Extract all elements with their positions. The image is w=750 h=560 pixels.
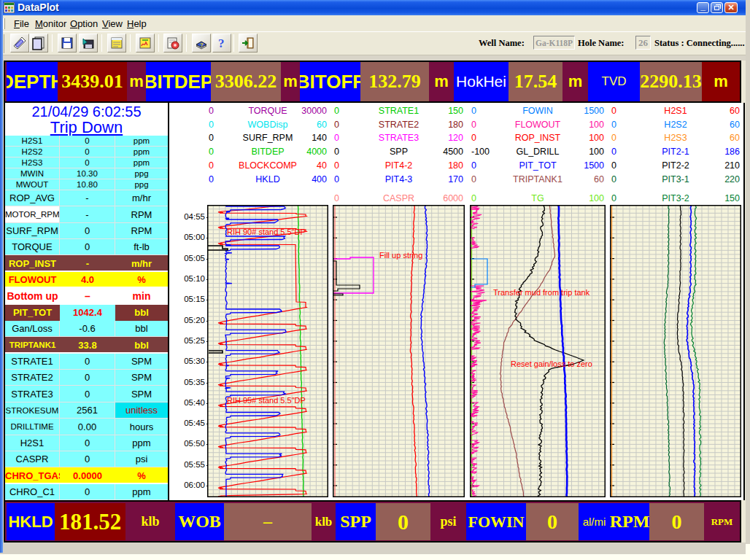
svg-text:Transfer mud from trip tank: Transfer mud from trip tank [493,288,590,297]
svg-text:RIH 95# stand 5.5"DP: RIH 95# stand 5.5"DP [227,396,306,405]
svg-text:Reset gain/loss to zero: Reset gain/loss to zero [511,359,592,368]
svg-text:RIH 90# stand 5.5"DP: RIH 90# stand 5.5"DP [227,228,306,236]
svg-text:?: ? [200,42,204,48]
svg-text:Fill up string: Fill up string [379,251,422,260]
svg-text:?: ? [218,36,225,50]
